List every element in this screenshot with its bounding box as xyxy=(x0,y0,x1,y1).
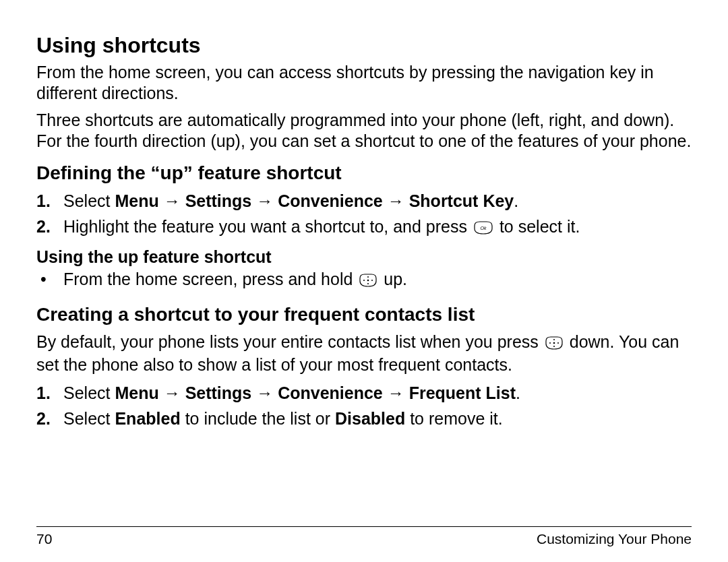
svg-point-3 xyxy=(367,283,369,284)
footer-divider xyxy=(36,526,692,527)
svg-point-9 xyxy=(549,342,551,344)
step-2: 2. Highlight the feature you want a shor… xyxy=(36,216,692,240)
manual-page: Using shortcuts From the home screen, yo… xyxy=(0,0,728,562)
subheading-frequent-contacts: Creating a shortcut to your frequent con… xyxy=(36,303,692,326)
svg-point-5 xyxy=(371,280,373,281)
svg-point-6 xyxy=(553,342,555,344)
step-number: 1. xyxy=(36,382,51,404)
menu-path: Menu → Settings → Convenience → Frequent… xyxy=(115,383,516,402)
intro-paragraph-2: Three shortcuts are automatically progra… xyxy=(36,110,692,151)
step-text-prefix: Select xyxy=(63,191,115,210)
step-2: 2. Select Enabled to include the list or… xyxy=(36,408,692,429)
period: . xyxy=(514,191,518,210)
svg-text:Ok: Ok xyxy=(480,226,486,230)
step-text-post: to select it. xyxy=(499,217,580,236)
menu-path: Menu → Settings → Convenience → Shortcut… xyxy=(115,191,514,210)
navigation-key-icon xyxy=(545,334,564,355)
footer-section-title: Customizing Your Phone xyxy=(537,531,692,547)
intro-paragraph-1: From the home screen, you can access sho… xyxy=(36,62,692,103)
svg-point-8 xyxy=(553,346,555,347)
step-text-pre: Highlight the feature you want a shortcu… xyxy=(63,217,472,236)
option-disabled: Disabled xyxy=(335,409,405,428)
step-1: 1. Select Menu → Settings → Convenience … xyxy=(36,190,692,212)
svg-point-10 xyxy=(557,342,559,344)
svg-point-7 xyxy=(553,339,555,340)
step-text-prefix: Select xyxy=(63,383,115,402)
page-title: Using shortcuts xyxy=(36,32,692,58)
para-text-pre: By default, your phone lists your entire… xyxy=(36,332,543,351)
subsubheading-using-up: Using the up feature shortcut xyxy=(36,247,692,267)
period: . xyxy=(516,383,520,402)
bullet-text-pre: From the home screen, press and hold xyxy=(63,270,357,288)
subheading-defining-up: Defining the “up” feature shortcut xyxy=(36,162,692,185)
steps-defining-up: 1. Select Menu → Settings → Convenience … xyxy=(36,190,692,240)
step-number: 1. xyxy=(36,190,51,212)
svg-point-1 xyxy=(367,280,369,282)
svg-point-4 xyxy=(363,280,365,281)
option-enabled: Enabled xyxy=(115,409,180,428)
bullet-text-post: up. xyxy=(384,270,407,288)
frequent-contacts-paragraph: By default, your phone lists your entire… xyxy=(36,332,692,375)
bullet-list-using-up: From the home screen, press and hold up. xyxy=(36,268,692,292)
step-text-mid: to include the list or xyxy=(181,409,335,428)
step-number: 2. xyxy=(36,408,51,429)
page-footer: 70 Customizing Your Phone xyxy=(36,531,692,547)
step-number: 2. xyxy=(36,216,51,237)
navigation-key-icon xyxy=(359,271,377,292)
steps-frequent-contacts: 1. Select Menu → Settings → Convenience … xyxy=(36,382,692,429)
step-text-pre: Select xyxy=(63,409,115,428)
step-text-post: to remove it. xyxy=(405,409,503,428)
ok-key-icon: Ok xyxy=(473,218,493,240)
svg-point-2 xyxy=(367,276,369,278)
bullet-item: From the home screen, press and hold up. xyxy=(36,268,692,292)
step-1: 1. Select Menu → Settings → Convenience … xyxy=(36,382,692,404)
page-number: 70 xyxy=(36,531,52,547)
